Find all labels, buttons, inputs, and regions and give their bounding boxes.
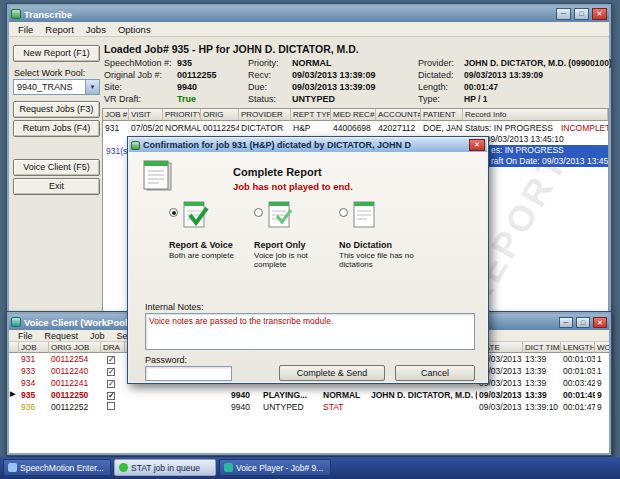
- cell-work: 9: [595, 377, 609, 389]
- cell-work: 9: [595, 389, 609, 401]
- speechmotion-icon: [8, 463, 17, 472]
- info-field: SpeechMotion #:935: [104, 58, 249, 70]
- return-jobs-button[interactable]: Return Jobs (F4): [13, 120, 100, 137]
- cell-priority: STAT: [321, 401, 369, 413]
- transcribe-titlebar[interactable]: Transcribe ─ □ ✕: [9, 6, 609, 22]
- option-report-and-voice[interactable]: Report & Voice Both are complete: [169, 200, 251, 272]
- work-pool-label: Select Work Pool:: [14, 68, 85, 78]
- voice-menu-file[interactable]: File: [12, 330, 39, 342]
- internal-notes-textarea[interactable]: Voice notes are passed to the transcribe…: [145, 313, 475, 350]
- radio-report-only[interactable]: [254, 208, 263, 217]
- voice-column-header[interactable]: ORIG JOB: [49, 342, 101, 353]
- dialog-warning: Job has not played to end.: [233, 181, 353, 192]
- voice-job-row[interactable]: 936 00112252 9940 UNTYPED STAT 09/03/201…: [9, 401, 609, 413]
- draft-checkbox[interactable]: [107, 356, 115, 364]
- voice-menu-job[interactable]: Job: [84, 330, 111, 342]
- taskbar-item-voice-player[interactable]: Voice Player - Job# 9...: [219, 459, 331, 476]
- voice-column-header[interactable]: [9, 342, 19, 353]
- cell-orig-job: 00112254: [49, 353, 101, 365]
- jobs-column-header[interactable]: PRIORITY: [163, 109, 201, 121]
- info-field: VR Draft:True: [104, 94, 249, 106]
- jobs-column-header[interactable]: MED REC#: [331, 109, 376, 121]
- cell-length: 00:01:47: [561, 401, 595, 413]
- draft-checkbox[interactable]: [107, 368, 115, 376]
- voice-column-header[interactable]: DRA: [101, 342, 125, 353]
- maximize-button[interactable]: □: [574, 8, 589, 20]
- work-pool-select[interactable]: 9940_TRANS ▼: [13, 79, 100, 95]
- menu-options[interactable]: Options: [112, 23, 157, 36]
- exit-button[interactable]: Exit: [13, 178, 100, 195]
- taskbar-item-stat-job[interactable]: STAT job in queue: [114, 459, 216, 476]
- stat-job-icon: [119, 463, 128, 472]
- cell-work: 1: [595, 365, 609, 377]
- dialog-heading: Complete Report: [233, 166, 322, 178]
- menu-file[interactable]: File: [12, 23, 39, 36]
- voice-column-header[interactable]: DICT TIME: [523, 342, 561, 353]
- cell-priority: NORMAL: [321, 389, 369, 401]
- cell-dict-time: 13:39: [523, 353, 561, 365]
- dialog-title: Confirmation for job 931 (H&P) dictated …: [143, 140, 466, 150]
- cancel-button[interactable]: Cancel: [395, 365, 475, 381]
- voice-client-app-icon: [11, 317, 21, 327]
- cell-dict-time: 13:39: [523, 389, 561, 401]
- voice-column-header[interactable]: LENGTH: [561, 342, 595, 353]
- menu-report[interactable]: Report: [39, 23, 80, 36]
- request-jobs-button[interactable]: Request Jobs (F3): [13, 101, 100, 118]
- jobs-column-header[interactable]: Record Info: [463, 109, 608, 121]
- password-input[interactable]: [145, 366, 232, 381]
- cell-dict-time: 13:39: [523, 377, 561, 389]
- radio-no-dictation[interactable]: [339, 208, 348, 217]
- minimize-button[interactable]: ─: [556, 8, 571, 20]
- complete-and-send-button[interactable]: Complete & Send: [279, 365, 385, 381]
- draft-checkbox[interactable]: [107, 402, 115, 410]
- radio-report-and-voice[interactable]: [169, 208, 178, 217]
- option-report-only[interactable]: Report Only Voice job is not complete: [254, 200, 336, 272]
- voice-minimize-button[interactable]: ─: [559, 317, 573, 328]
- jobs-column-header[interactable]: JOB #: [103, 109, 129, 121]
- dialog-close-button[interactable]: ✕: [469, 139, 485, 151]
- new-report-button[interactable]: New Report (F1): [13, 45, 100, 62]
- cell-orig-job: 00112241: [49, 377, 101, 389]
- info-field: Provider:JOHN D. DICTATOR, M.D. (0990010…: [418, 58, 612, 70]
- info-field: Site:9940: [104, 82, 249, 94]
- voice-client-button[interactable]: Voice Client (F5): [13, 159, 100, 176]
- row-marker-icon: [9, 353, 19, 365]
- cell-job: 931: [19, 353, 49, 365]
- info-field: Due:09/03/2013 13:39:09: [248, 82, 418, 94]
- draft-checkbox[interactable]: [107, 392, 115, 400]
- jobs-column-header[interactable]: VISIT: [129, 109, 163, 121]
- taskbar-item-speechmotion[interactable]: SpeechMotion Enter...: [3, 459, 111, 476]
- voice-job-row[interactable]: ▶ 935 00112250 9940 PLAYING... NORMAL JO…: [9, 389, 609, 401]
- close-button[interactable]: ✕: [592, 8, 607, 20]
- voice-menu-request[interactable]: Request: [39, 330, 85, 342]
- voice-player-icon: [224, 463, 233, 472]
- draft-checkbox[interactable]: [107, 380, 115, 388]
- dialog-titlebar[interactable]: Confirmation for job 931 (H&P) dictated …: [129, 138, 487, 152]
- voice-close-button[interactable]: ✕: [593, 317, 607, 328]
- cell-job: 935: [19, 389, 49, 401]
- jobs-column-header[interactable]: ACCOUNT#: [376, 109, 421, 121]
- cell-length: 00:01:49: [561, 389, 595, 401]
- voice-column-header[interactable]: JOB: [19, 342, 49, 353]
- cell-account: 42027112: [376, 122, 421, 134]
- jobs-column-header[interactable]: ORIG: [201, 109, 239, 121]
- jobs-row-931[interactable]: 931 07/05/20 NORMAL 00112254 DICTATOR H&…: [103, 122, 608, 134]
- voice-column-header[interactable]: WORK: [595, 342, 609, 353]
- cell-hidden: [125, 389, 229, 401]
- menu-jobs[interactable]: Jobs: [80, 23, 112, 36]
- info-field: Recv:09/03/2013 13:39:09: [248, 70, 418, 82]
- cell-provider: JOHN D. DICTATOR, M.D. (09: [369, 389, 477, 401]
- jobs-column-header[interactable]: PROVIDER: [239, 109, 291, 121]
- report-only-icon: [268, 200, 294, 230]
- option-no-dictation[interactable]: No Dictation This voice file has no dict…: [339, 200, 421, 272]
- jobs-column-header[interactable]: REPT TYPE: [291, 109, 331, 121]
- jobs-column-header[interactable]: PATIENT: [421, 109, 463, 121]
- cell-priority: NORMAL: [163, 122, 201, 134]
- dialog-body: Complete Report Job has not played to en…: [129, 152, 487, 382]
- info-field: Original Job #:00112255: [104, 70, 249, 82]
- cell-draft: [101, 389, 125, 401]
- voice-maximize-button[interactable]: □: [576, 317, 590, 328]
- info-field: Type:HP / 1: [418, 94, 612, 106]
- cell-provider: [369, 401, 477, 413]
- incomplete-flag: INCOMPLETE: [561, 123, 608, 133]
